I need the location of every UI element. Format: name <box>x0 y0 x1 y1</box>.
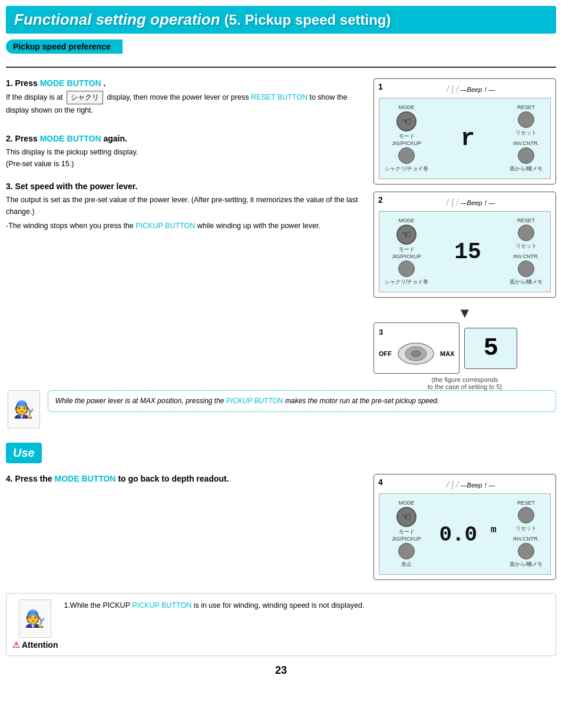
step2-suffix: Press <box>15 134 40 143</box>
device-inner-2: MODE ☜ モード JIG/PICKUP シャクリ/チョイ巻 15 RE <box>379 211 551 292</box>
diagram-3-display: 5 <box>464 328 517 369</box>
reset-btn-group-2: RESET リセット <box>515 218 537 250</box>
device-right-2: RESET リセット INV.CNTR. 底から/棚メモ <box>505 215 547 288</box>
mode-label-2: MODE <box>399 218 415 223</box>
step2-cyan: MODE BUTTON <box>40 134 101 143</box>
use-text-cyan: PICKUP BUTTON <box>226 397 283 405</box>
step4-num: 4. <box>6 474 13 483</box>
inv-btn-4[interactable] <box>518 543 534 559</box>
step2-body-line1: This display is the pickup setting displ… <box>6 146 362 158</box>
step-1: 1. Press MODE BUTTON . If the display is… <box>6 78 362 116</box>
reset-btn-group-1: RESET リセット <box>515 104 537 137</box>
diagram-1: 1 / ∫ / —Beep！— MODE ☜ モード JIG/PICKUP シャ… <box>373 78 556 185</box>
reset-btn-1[interactable] <box>518 111 534 128</box>
display-val-3: 5 <box>484 334 498 363</box>
reset-sub-1: リセット <box>515 129 537 137</box>
step-2-title: 2. Press MODE BUTTON again. <box>6 134 362 143</box>
mode-btn-group-2: MODE ☜ モード <box>396 218 416 253</box>
page-title: Functional setting operation (5. Pickup … <box>14 11 548 29</box>
diagram-4-num: 4 <box>378 477 383 487</box>
step1-cyan: MODE BUTTON <box>40 78 101 88</box>
section-title: Pickup speed preference <box>6 39 123 54</box>
mode-label-4: MODE <box>399 500 415 506</box>
display-val-1: r <box>461 126 475 152</box>
attention-badge-wrapper: 🧑‍🔧 ⚠ Attention <box>12 599 58 650</box>
diagram-3-lever: 3 OFF MAX <box>373 322 459 374</box>
jig-sub-4: 糸止 <box>401 561 412 568</box>
attention-badge-text: Attention <box>22 640 58 650</box>
step3-num: 3. <box>6 182 13 191</box>
attention-label: ⚠ Attention <box>12 640 58 650</box>
step1-inline-box: シャクリ <box>67 91 103 104</box>
attention-text-cyan: PICKUP BUTTON <box>132 601 191 610</box>
inv-btn-2[interactable] <box>518 261 534 277</box>
diagram-4: 4 / ∫ / —Beep！— MODE ☜ モード JIG/PICKUP 糸止 <box>373 474 556 580</box>
step1-end: . <box>103 78 105 88</box>
use-badge: Use <box>6 443 42 463</box>
figure-caption-3: (the figure correspondsto the case of se… <box>373 376 556 390</box>
jig-btn-2[interactable] <box>398 261 415 277</box>
reset-btn-4[interactable] <box>518 507 534 523</box>
step4-end: to go back to depth readout. <box>118 474 229 483</box>
step-3: 3. Set speed with the power lever. The o… <box>6 182 362 232</box>
reset-sub-4: リセット <box>515 525 537 532</box>
step3-suffix: Set speed with the power lever. <box>15 182 138 191</box>
jig-label-1: JIG/PICKUP <box>392 140 421 146</box>
mode-btn-2[interactable]: ☜ <box>396 225 416 245</box>
inv-btn-1[interactable] <box>518 147 534 164</box>
svg-point-2 <box>411 351 421 357</box>
mode-btn-4[interactable]: ☜ <box>396 507 416 527</box>
diagram-2-num: 2 <box>378 195 383 205</box>
diagram-1-num: 1 <box>378 82 383 91</box>
right-column: 1 / ∫ / —Beep！— MODE ☜ モード JIG/PICKUP シャ… <box>373 78 556 390</box>
diagram-3-row: 3 OFF MAX 5 <box>373 322 556 374</box>
device-right-4: RESET リセット INV.CNTR. 底から/棚メモ <box>505 498 547 571</box>
jig-btn-4[interactable] <box>398 543 415 559</box>
step3-body-cyan: PICKUP BUTTON <box>135 222 195 230</box>
step3-body-line1: The output is set as the pre-set value o… <box>6 194 362 218</box>
reset-label-1: RESET <box>517 104 535 110</box>
inv-btn-group-2: INV.CNTR. 底から/棚メモ <box>510 253 543 286</box>
device-inner-4: MODE ☜ モード JIG/PICKUP 糸止 0.0 m <box>379 493 551 575</box>
warning-icon: ⚠ <box>12 640 20 650</box>
use-figure-wrapper: 🧑‍🔧 Use <box>6 390 42 463</box>
inv-sub-2: 底から/棚メモ <box>510 278 543 286</box>
beep-1: / ∫ / —Beep！— <box>391 84 551 94</box>
step1-suffix: Press <box>15 78 40 88</box>
attention-text-part2: is in use for winding, winding speed is … <box>194 601 365 610</box>
display-zero-val: 0.0 <box>439 523 477 547</box>
mode-btn-1[interactable]: ☜ <box>396 111 416 131</box>
jig-btn-group-2: JIG/PICKUP シャクリ/チョイ巻 <box>385 253 429 286</box>
jig-btn-1[interactable] <box>398 147 415 164</box>
left-column: 1. Press MODE BUTTON . If the display is… <box>6 78 362 390</box>
beep-lines-2: / ∫ / <box>447 197 459 207</box>
step-1-title: 1. Press MODE BUTTON . <box>6 78 362 88</box>
reset-btn-group-4: RESET リセット <box>515 500 537 532</box>
beep-lines-4: / ∫ / <box>447 479 459 489</box>
inv-btn-group-1: INV.CNTR. 底から/棚メモ <box>510 140 543 173</box>
step-4-title: 4. Press the MODE BUTTON to go back to d… <box>6 474 362 483</box>
step-2: 2. Press MODE BUTTON again. This display… <box>6 134 362 170</box>
reset-btn-2[interactable] <box>518 225 534 241</box>
device-left-2: MODE ☜ モード JIG/PICKUP シャクリ/チョイ巻 <box>383 215 430 288</box>
step-2-body: This display is the pickup setting displ… <box>6 146 362 170</box>
beep-2: / ∫ / —Beep！— <box>391 197 551 207</box>
page-number: 23 <box>6 664 556 677</box>
device-center-1: r <box>430 102 505 175</box>
use-bubble: While the power lever is at MAX position… <box>48 390 556 412</box>
jig-btn-group-1: JIG/PICKUP シャクリ/チョイ巻 <box>385 140 429 173</box>
device-inner-1: MODE ☜ モード JIG/PICKUP シャクリ/チョイ巻 r RES <box>379 98 551 179</box>
inv-btn-group-4: INV.CNTR. 底から/棚メモ <box>510 536 543 568</box>
mode-btn-group-1: MODE ☜ モード <box>396 104 416 140</box>
step-4-row: 4. Press the MODE BUTTON to go back to d… <box>6 474 556 587</box>
step-4-left: 4. Press the MODE BUTTON to go back to d… <box>6 474 362 587</box>
inv-label-4: INV.CNTR. <box>513 536 539 542</box>
attention-text-part1: 1.While the PICKUP <box>64 601 132 610</box>
inv-sub-4: 底から/棚メモ <box>510 561 543 568</box>
step4-cyan: MODE BUTTON <box>55 474 116 483</box>
step3-body-line3: while winding up with the power lever. <box>197 222 320 230</box>
device-center-4: 0.0 m <box>430 498 505 571</box>
step3-body-line2: -The winding stops when you press the <box>6 222 135 230</box>
arrow-down-2to3: ▼ <box>373 305 556 321</box>
use-section: 🧑‍🔧 Use While the power lever is at MAX … <box>6 390 556 463</box>
